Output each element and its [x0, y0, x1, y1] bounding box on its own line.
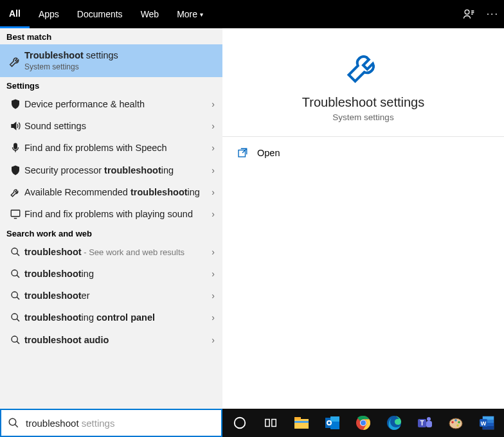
svg-point-7: [12, 336, 17, 342]
feedback-icon[interactable]: [462, 8, 475, 21]
web-item-3[interactable]: troubleshooting control panel ›: [0, 307, 222, 328]
web-item-0[interactable]: troubleshoot - See work and web results …: [0, 241, 222, 263]
wrench-icon: [6, 186, 24, 198]
tab-web[interactable]: Web: [132, 0, 168, 28]
svg-rect-12: [272, 420, 276, 427]
search-icon: [6, 269, 24, 279]
taskbar-teams[interactable]: T: [410, 409, 440, 437]
search-icon: [6, 290, 24, 301]
best-match-title-rest: settings: [84, 50, 118, 60]
settings-item-security-processor[interactable]: Security processor troubleshooting ›: [0, 159, 222, 181]
chevron-right-icon: ›: [212, 312, 215, 323]
search-icon: [8, 417, 19, 429]
sound-icon: [6, 120, 24, 132]
search-icon: [6, 312, 24, 323]
svg-rect-18: [330, 422, 339, 429]
tab-apps[interactable]: Apps: [30, 0, 68, 28]
search-icon: [6, 335, 24, 345]
open-icon: [237, 147, 248, 159]
settings-item-sound[interactable]: Sound settings ›: [0, 115, 222, 137]
svg-point-10: [235, 418, 246, 429]
svg-point-9: [9, 418, 16, 425]
svg-rect-14: [294, 417, 301, 420]
svg-point-20: [328, 422, 330, 424]
svg-rect-2: [11, 210, 20, 217]
chevron-down-icon: ▾: [200, 11, 203, 18]
svg-text:T: T: [420, 420, 424, 427]
taskbar-explorer[interactable]: [287, 409, 316, 437]
settings-item-device-health[interactable]: Device performance & health ›: [0, 93, 222, 115]
wrench-icon: [6, 54, 24, 68]
svg-rect-28: [426, 421, 432, 427]
more-options-icon[interactable]: ···: [487, 8, 499, 20]
best-match-title-bold: Troubleshoot: [24, 50, 84, 60]
web-item-4[interactable]: troubleshoot audio ›: [0, 329, 222, 351]
chevron-right-icon: ›: [212, 247, 215, 257]
svg-point-31: [455, 419, 457, 422]
group-settings: Settings: [0, 77, 222, 93]
chevron-right-icon: ›: [212, 335, 215, 345]
svg-point-0: [465, 10, 469, 14]
tab-more[interactable]: More ▾: [168, 0, 212, 28]
search-input[interactable]: [24, 418, 215, 429]
svg-rect-13: [294, 419, 309, 429]
chevron-right-icon: ›: [212, 269, 215, 279]
chevron-right-icon: ›: [212, 121, 215, 131]
svg-point-32: [458, 421, 460, 424]
svg-point-33: [456, 424, 459, 427]
taskbar-taskview[interactable]: [256, 409, 285, 437]
taskbar-chrome[interactable]: [348, 409, 378, 437]
chevron-right-icon: ›: [212, 99, 215, 109]
web-item-2[interactable]: troubleshooter ›: [0, 285, 222, 307]
svg-point-5: [12, 292, 17, 298]
svg-point-6: [12, 314, 17, 319]
wrench-icon: [344, 48, 382, 86]
detail-title: Troubleshoot settings: [235, 95, 491, 110]
chevron-right-icon: ›: [212, 165, 215, 175]
mic-icon: [6, 142, 24, 154]
shield-icon: [6, 98, 24, 110]
web-item-1[interactable]: troubleshooting ›: [0, 263, 222, 285]
shield-icon: [6, 165, 24, 176]
best-match-subtitle: System settings: [24, 62, 211, 72]
best-match-result[interactable]: Troubleshoot settings System settings: [0, 44, 222, 77]
open-action[interactable]: Open: [222, 137, 504, 169]
open-label: Open: [257, 148, 280, 158]
svg-point-27: [427, 417, 431, 421]
svg-rect-1: [14, 144, 17, 149]
settings-item-speech[interactable]: Find and fix problems with Speech ›: [0, 137, 222, 159]
tab-all[interactable]: All: [0, 0, 30, 28]
detail-panel: Troubleshoot settings System settings Op…: [222, 28, 504, 409]
detail-subtitle: System settings: [235, 112, 491, 122]
taskbar: T W: [222, 409, 504, 437]
svg-point-3: [12, 248, 17, 254]
svg-point-23: [361, 420, 366, 425]
search-box[interactable]: troubleshoot settings: [0, 409, 222, 437]
taskbar-outlook[interactable]: [318, 409, 347, 437]
svg-point-30: [451, 421, 454, 424]
monitor-icon: [6, 208, 24, 220]
settings-item-playing-sound[interactable]: Find and fix problems with playing sound…: [0, 203, 222, 225]
settings-item-recommended[interactable]: Available Recommended troubleshooting ›: [0, 181, 222, 203]
group-web: Search work and web: [0, 225, 222, 241]
chevron-right-icon: ›: [212, 143, 215, 153]
svg-rect-11: [266, 420, 269, 427]
taskbar-cortana[interactable]: [225, 409, 255, 437]
svg-rect-15: [294, 421, 309, 423]
search-scope-tabbar: All Apps Documents Web More ▾ ···: [0, 0, 504, 28]
tab-documents[interactable]: Documents: [68, 0, 132, 28]
taskbar-paint[interactable]: [441, 409, 471, 437]
tab-more-label: More: [177, 9, 197, 19]
taskbar-word[interactable]: W: [472, 409, 501, 437]
search-icon: [6, 247, 24, 257]
results-panel: Best match Troubleshoot settings System …: [0, 28, 222, 409]
group-best-match: Best match: [0, 28, 222, 44]
taskbar-edge[interactable]: [379, 409, 409, 437]
chevron-right-icon: ›: [212, 209, 215, 219]
svg-text:W: W: [481, 420, 487, 427]
chevron-right-icon: ›: [212, 290, 215, 301]
chevron-right-icon: ›: [212, 187, 215, 197]
svg-point-4: [12, 270, 17, 276]
